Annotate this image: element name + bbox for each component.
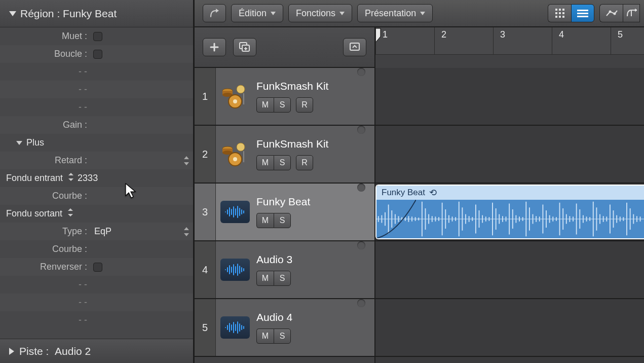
timeline-row[interactable] bbox=[375, 241, 644, 299]
timeline[interactable]: 12345 Funky Beat⟲ bbox=[375, 27, 644, 363]
mute-button[interactable]: M bbox=[256, 329, 274, 344]
track-header[interactable]: 2FunkSmash KitMSR bbox=[195, 126, 374, 184]
timeline-row[interactable]: Funky Beat⟲ bbox=[375, 184, 644, 241]
svg-rect-0 bbox=[555, 9, 557, 11]
catch-button[interactable] bbox=[203, 4, 226, 22]
track-name: Audio 4 bbox=[256, 311, 357, 323]
label-courbe-1: Courbe : bbox=[0, 191, 90, 201]
flex-button[interactable] bbox=[623, 4, 640, 22]
solo-button[interactable]: S bbox=[274, 271, 291, 286]
inspector-footer[interactable]: Piste : Audio 2 bbox=[0, 339, 193, 363]
svg-rect-8 bbox=[562, 16, 564, 18]
loop-icon: ⟲ bbox=[429, 187, 437, 198]
functions-menu[interactable]: Fonctions bbox=[288, 4, 352, 22]
footer-track: Audio 2 bbox=[55, 345, 91, 357]
record-indicator[interactable] bbox=[357, 68, 365, 76]
automation-button[interactable] bbox=[599, 4, 623, 22]
record-enable-button[interactable]: R bbox=[296, 155, 313, 170]
label-fondu-entrant: Fondu entrant bbox=[0, 173, 73, 184]
mute-checkbox[interactable] bbox=[93, 32, 102, 41]
inspector-header[interactable]: Région : Funky Beat bbox=[0, 0, 193, 27]
mute-button[interactable]: M bbox=[256, 97, 274, 113]
solo-button[interactable]: S bbox=[274, 213, 291, 228]
ruler-number: 1 bbox=[383, 29, 388, 40]
label-retard: Retard : bbox=[0, 155, 90, 166]
audio-region[interactable]: Funky Beat⟲ bbox=[375, 185, 644, 239]
record-indicator[interactable] bbox=[357, 299, 365, 307]
tracks-toolbar: Édition Fonctions Présentation bbox=[195, 0, 644, 27]
region-name: Funky Beat bbox=[382, 188, 425, 198]
fondu-entrant-value[interactable]: 2333 bbox=[73, 173, 98, 184]
svg-rect-6 bbox=[555, 16, 557, 18]
track-name: Audio 3 bbox=[256, 253, 357, 266]
loop-checkbox[interactable] bbox=[93, 50, 102, 59]
track-header[interactable]: 3Funky BeatMS bbox=[195, 184, 374, 241]
add-track-button[interactable] bbox=[203, 38, 226, 56]
mute-button[interactable]: M bbox=[256, 155, 274, 170]
label-renverser: Renverser : bbox=[0, 262, 90, 272]
dash-3: - - bbox=[0, 102, 90, 113]
plus-disclosure-row[interactable]: Plus bbox=[0, 134, 193, 152]
mute-button[interactable]: M bbox=[256, 213, 274, 228]
timeline-row[interactable] bbox=[375, 126, 644, 184]
ruler[interactable]: 12345 bbox=[375, 27, 644, 68]
fondu-entrant-mode-stepper[interactable] bbox=[68, 173, 73, 181]
dash-1: - - bbox=[0, 66, 90, 77]
svg-marker-14 bbox=[635, 9, 637, 12]
view-menu[interactable]: Présentation bbox=[357, 4, 433, 22]
svg-point-13 bbox=[613, 13, 616, 15]
label-courbe-2: Courbe : bbox=[0, 244, 90, 255]
automation-segment bbox=[599, 4, 640, 22]
timeline-row[interactable] bbox=[375, 299, 644, 357]
type-value[interactable]: EqP bbox=[90, 226, 111, 237]
type-stepper[interactable] bbox=[184, 227, 189, 236]
solo-button[interactable]: S bbox=[274, 329, 291, 344]
svg-point-30 bbox=[233, 157, 237, 161]
global-tracks-button[interactable] bbox=[343, 38, 366, 56]
svg-point-21 bbox=[237, 85, 245, 93]
svg-rect-7 bbox=[559, 16, 561, 18]
track-header-column: 1FunkSmash KitMSR2FunkSmash KitMSR3Funky… bbox=[195, 27, 375, 363]
view-mode-grid[interactable] bbox=[548, 4, 571, 22]
mute-button[interactable]: M bbox=[256, 271, 274, 286]
retard-stepper[interactable] bbox=[184, 156, 189, 165]
ruler-number: 5 bbox=[618, 29, 623, 40]
label-muet: Muet : bbox=[0, 31, 90, 42]
fade-in-curve[interactable] bbox=[376, 200, 416, 238]
dash-4: - - bbox=[0, 279, 90, 290]
svg-rect-10 bbox=[577, 13, 588, 14]
ruler-number: 2 bbox=[441, 29, 446, 40]
ruler-number: 4 bbox=[559, 29, 564, 40]
svg-rect-1 bbox=[559, 9, 561, 11]
svg-rect-5 bbox=[562, 12, 564, 14]
reverse-checkbox[interactable] bbox=[93, 263, 102, 272]
region-inspector: Région : Funky Beat Muet : Boucle : - - … bbox=[0, 0, 195, 363]
drum-kit-icon bbox=[216, 68, 254, 125]
edit-menu[interactable]: Édition bbox=[231, 4, 283, 22]
record-enable-button[interactable]: R bbox=[296, 97, 313, 113]
dash-5: - - bbox=[0, 297, 90, 308]
svg-point-12 bbox=[609, 11, 611, 13]
disclosure-plus-icon[interactable] bbox=[16, 141, 22, 145]
record-indicator[interactable] bbox=[357, 126, 365, 134]
fondu-sortant-mode-stepper[interactable] bbox=[68, 208, 73, 216]
record-indicator[interactable] bbox=[357, 241, 365, 249]
solo-button[interactable]: S bbox=[274, 155, 291, 170]
record-indicator[interactable] bbox=[357, 184, 365, 192]
disclosure-right-icon[interactable] bbox=[9, 348, 14, 355]
track-header[interactable]: 4Audio 3MS bbox=[195, 241, 374, 299]
disclosure-down-icon[interactable] bbox=[9, 11, 16, 16]
svg-rect-3 bbox=[555, 12, 557, 14]
solo-button[interactable]: S bbox=[274, 97, 291, 113]
timeline-row[interactable] bbox=[375, 68, 644, 126]
track-header[interactable]: 5Audio 4MS bbox=[195, 299, 374, 357]
view-mode-list[interactable] bbox=[571, 4, 594, 22]
chevron-down-icon bbox=[420, 12, 425, 15]
audio-wave-icon bbox=[216, 299, 254, 356]
svg-rect-17 bbox=[350, 43, 359, 50]
svg-rect-11 bbox=[577, 16, 588, 17]
chevron-down-icon bbox=[339, 12, 345, 15]
inspector-header-name: Funky Beat bbox=[63, 8, 117, 20]
duplicate-track-button[interactable] bbox=[233, 38, 256, 56]
track-header[interactable]: 1FunkSmash KitMSR bbox=[195, 68, 374, 126]
